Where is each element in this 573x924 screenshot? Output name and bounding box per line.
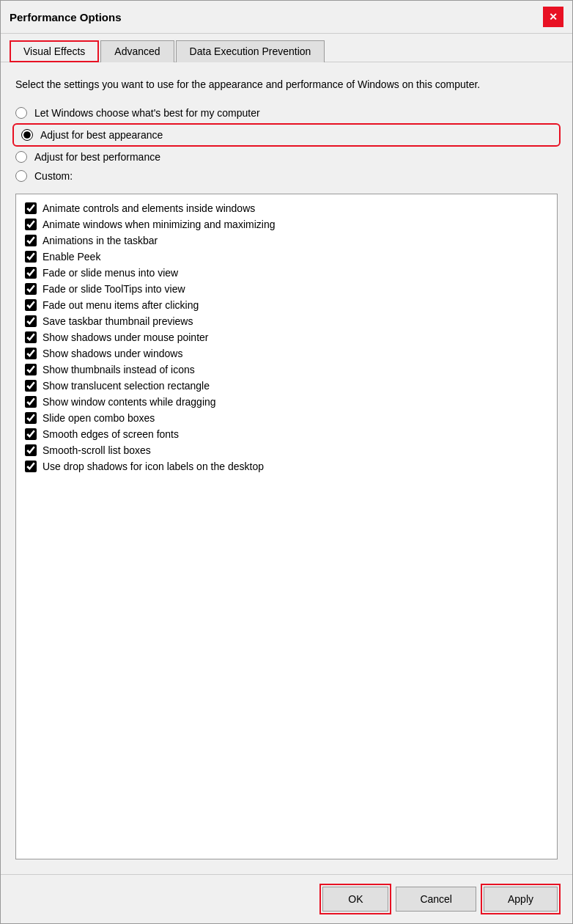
checkbox-translucent-selection-label[interactable]: Show translucent selection rectangle — [42, 380, 210, 392]
checkbox-window-contents-dragging-input[interactable] — [25, 396, 37, 408]
checkbox-animate-windows-input[interactable] — [25, 219, 37, 230]
checkbox-slide-combo-input[interactable] — [25, 412, 37, 424]
custom-list: Animate controls and elements inside win… — [15, 194, 558, 859]
checkbox-slide-combo[interactable]: Slide open combo boxes — [25, 410, 548, 426]
checkbox-fade-menu-items[interactable]: Fade out menu items after clicking — [25, 297, 548, 313]
tab-content: Select the settings you want to use for … — [1, 62, 572, 874]
tab-advanced[interactable]: Advanced — [100, 40, 174, 62]
checkbox-smooth-edges[interactable]: Smooth edges of screen fonts — [25, 426, 548, 442]
checkbox-fade-slide-menus[interactable]: Fade or slide menus into view — [25, 265, 548, 281]
checkbox-thumbnails-icons[interactable]: Show thumbnails instead of icons — [25, 362, 548, 378]
checkbox-smooth-scroll-input[interactable] — [25, 444, 37, 456]
button-bar: OK Cancel Apply — [1, 874, 572, 923]
checkbox-thumbnails-icons-label[interactable]: Show thumbnails instead of icons — [42, 364, 195, 375]
checkbox-fade-slide-tooltips-label[interactable]: Fade or slide ToolTips into view — [42, 283, 185, 295]
checkbox-fade-slide-menus-input[interactable] — [25, 267, 37, 279]
checkbox-animate-windows[interactable]: Animate windows when minimizing and maxi… — [25, 216, 548, 232]
checkbox-smooth-scroll[interactable]: Smooth-scroll list boxes — [25, 442, 548, 458]
description-text: Select the settings you want to use for … — [15, 77, 558, 92]
checkbox-slide-combo-label[interactable]: Slide open combo boxes — [42, 412, 155, 424]
checkbox-enable-peek-label[interactable]: Enable Peek — [42, 251, 100, 263]
radio-custom-label: Custom: — [34, 170, 73, 182]
radio-group: Let Windows choose what's best for my co… — [15, 107, 558, 182]
radio-best-appearance[interactable]: Adjust for best appearance — [15, 126, 558, 144]
checkbox-shadows-mouse-label[interactable]: Show shadows under mouse pointer — [42, 331, 208, 343]
checkbox-window-contents-dragging-label[interactable]: Show window contents while dragging — [42, 396, 216, 408]
radio-custom[interactable]: Custom: — [15, 170, 558, 182]
checkbox-fade-menu-items-input[interactable] — [25, 299, 37, 311]
checkbox-translucent-selection-input[interactable] — [25, 380, 37, 392]
ok-button[interactable]: OK — [322, 887, 388, 912]
checkbox-drop-shadows-icons[interactable]: Use drop shadows for icon labels on the … — [25, 458, 548, 474]
tab-dep[interactable]: Data Execution Prevention — [176, 40, 325, 62]
checkbox-drop-shadows-icons-input[interactable] — [25, 461, 37, 472]
checkbox-animate-controls[interactable]: Animate controls and elements inside win… — [25, 200, 548, 216]
radio-best-appearance-input[interactable] — [21, 129, 33, 141]
cancel-button[interactable]: Cancel — [396, 887, 476, 912]
checkbox-shadows-windows-label[interactable]: Show shadows under windows — [42, 348, 182, 359]
checkbox-shadows-windows[interactable]: Show shadows under windows — [25, 345, 548, 362]
checkbox-animate-controls-input[interactable] — [25, 202, 37, 214]
performance-options-dialog: Performance Options ✕ Visual Effects Adv… — [0, 0, 573, 924]
checkbox-smooth-scroll-label[interactable]: Smooth-scroll list boxes — [42, 444, 151, 456]
checkbox-shadows-mouse[interactable]: Show shadows under mouse pointer — [25, 329, 548, 345]
checkbox-save-taskbar-thumbnails[interactable]: Save taskbar thumbnail previews — [25, 313, 548, 329]
checkbox-animations-taskbar-input[interactable] — [25, 235, 37, 246]
checkbox-animate-windows-label[interactable]: Animate windows when minimizing and maxi… — [42, 219, 275, 230]
radio-let-windows-label: Let Windows choose what's best for my co… — [34, 107, 260, 119]
dialog-title: Performance Options — [10, 11, 122, 23]
checkbox-fade-menu-items-label[interactable]: Fade out menu items after clicking — [42, 299, 199, 311]
close-button[interactable]: ✕ — [543, 7, 563, 27]
checkbox-shadows-windows-input[interactable] — [25, 348, 37, 359]
checkbox-animate-controls-label[interactable]: Animate controls and elements inside win… — [42, 202, 255, 214]
checkbox-animations-taskbar[interactable]: Animations in the taskbar — [25, 232, 548, 249]
checkbox-enable-peek-input[interactable] — [25, 251, 37, 263]
tab-bar: Visual Effects Advanced Data Execution P… — [1, 34, 572, 62]
checkbox-save-taskbar-thumbnails-input[interactable] — [25, 315, 37, 327]
checkbox-animations-taskbar-label[interactable]: Animations in the taskbar — [42, 235, 158, 246]
checkbox-save-taskbar-thumbnails-label[interactable]: Save taskbar thumbnail previews — [42, 315, 193, 327]
radio-let-windows-input[interactable] — [15, 107, 27, 119]
checkbox-fade-slide-tooltips-input[interactable] — [25, 283, 37, 295]
checkbox-drop-shadows-icons-label[interactable]: Use drop shadows for icon labels on the … — [42, 461, 264, 472]
tab-visual-effects[interactable]: Visual Effects — [10, 40, 99, 62]
title-bar: Performance Options ✕ — [1, 1, 572, 34]
checkbox-fade-slide-tooltips[interactable]: Fade or slide ToolTips into view — [25, 281, 548, 297]
radio-let-windows[interactable]: Let Windows choose what's best for my co… — [15, 107, 558, 119]
checkbox-fade-slide-menus-label[interactable]: Fade or slide menus into view — [42, 267, 178, 279]
checkbox-shadows-mouse-input[interactable] — [25, 331, 37, 343]
radio-best-performance-input[interactable] — [15, 151, 27, 163]
checkbox-smooth-edges-input[interactable] — [25, 428, 37, 440]
radio-best-performance-label: Adjust for best performance — [34, 151, 160, 163]
checkbox-enable-peek[interactable]: Enable Peek — [25, 249, 548, 265]
radio-best-appearance-label: Adjust for best appearance — [40, 129, 163, 141]
radio-custom-input[interactable] — [15, 170, 27, 182]
checkbox-window-contents-dragging[interactable]: Show window contents while dragging — [25, 394, 548, 410]
checkbox-smooth-edges-label[interactable]: Smooth edges of screen fonts — [42, 428, 179, 440]
radio-best-performance[interactable]: Adjust for best performance — [15, 151, 558, 163]
checkbox-translucent-selection[interactable]: Show translucent selection rectangle — [25, 378, 548, 394]
apply-button[interactable]: Apply — [484, 887, 558, 912]
checkbox-thumbnails-icons-input[interactable] — [25, 364, 37, 375]
